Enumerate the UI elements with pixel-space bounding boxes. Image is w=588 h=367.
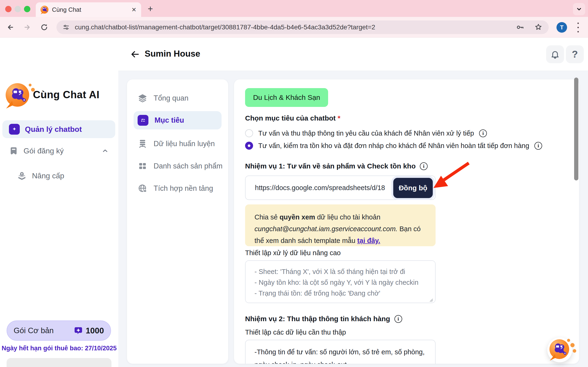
training-data-icon [138,139,147,149]
subnav-item-muc-tieu[interactable]: Mục tiêu [134,111,222,129]
sidebar-item-goi-dang-ky[interactable]: Gói đăng ký [2,144,115,158]
url-bar[interactable]: cung.chat/chatbot-list/management-chatbo… [56,20,549,34]
layers-icon [138,93,147,103]
brand-name: Cùng Chat AI [33,89,99,100]
reload-icon [40,23,48,31]
browser-menu-button[interactable] [577,23,579,33]
chat-widget-logo [549,339,569,359]
window-zoom-button[interactable] [24,6,30,12]
sheet-url-value[interactable]: https://docs.google.com/spreadsheets/d/1… [255,184,385,192]
upgrade-icon [17,171,27,181]
app-logo [6,83,29,107]
widget-dot [573,349,576,353]
logo-dot [29,84,32,86]
task1-title: Nhiệm vụ 1: Tư vấn về sản phẩm và Check … [245,162,428,170]
credits-count: 1000 [86,326,104,335]
subnav-label: Tổng quan [154,94,188,102]
new-tab-button[interactable]: + [148,4,153,14]
browser-profile-avatar[interactable]: T [556,22,567,33]
back-button[interactable] [6,23,15,32]
subnav-item-du-lieu-huan-luyen[interactable]: Dữ liệu huấn luyện [127,137,228,151]
app-header: Sumin House ? [118,38,588,71]
browser-tab[interactable]: Cùng Chat ✕ [36,2,141,17]
advanced-settings-textarea[interactable]: - Sheet: 'Tháng X', với X là số tháng hi… [245,260,436,303]
task2-title: Nhiệm vụ 2: Thu thập thông tin khách hàn… [245,315,402,323]
reload-button[interactable] [40,23,49,32]
credits-chat-icon [74,326,83,335]
goal-settings-panel: Du Lịch & Khách Sạn Chọn mục tiêu của ch… [234,79,579,364]
subnav-label: Danh sách sản phẩm [154,162,223,170]
screen: Cùng Chat ✕ + cung.chat/chatbot-list/man… [0,0,588,367]
globe-icon [138,184,147,193]
template-link[interactable]: tại đây. [357,237,380,244]
sidebar-item-label: Nâng cấp [32,172,64,180]
collect-data-textarea[interactable]: -Thông tin để tư vấn: số người lớn, số t… [245,340,436,364]
app-sidebar: Cùng Chat AI Quản lý chatbot Gói đăng ký… [0,38,118,367]
browser-toolbar: cung.chat/chatbot-list/management-chatbo… [0,17,588,38]
radio-selected[interactable] [245,142,253,150]
back-arrow-icon [130,49,140,59]
notice-bold: quyền xem [279,213,315,221]
chatbot-subnav: Tổng quan Mục tiêu Dữ liệu huấn luyện Da… [127,79,228,364]
goal-option-label: Tư vấn và thu thập thông tin yêu cầu của… [258,129,474,137]
tab-close-icon[interactable]: ✕ [131,6,136,13]
help-button[interactable]: ? [566,45,584,63]
forward-arrow-icon [23,23,31,31]
subnav-item-tich-hop-nen-tang[interactable]: Tích hợp nền tảng [127,181,228,195]
back-to-list-button[interactable] [130,49,140,60]
sync-button[interactable]: Đồng bộ [393,178,433,198]
back-arrow-icon [6,23,14,31]
subnav-item-tong-quan[interactable]: Tổng quan [127,91,228,105]
info-icon[interactable]: i [479,129,487,137]
window-minimize-button[interactable] [15,6,21,12]
account-card: 0903924318 Đăng xuất [7,358,112,367]
notifications-button[interactable] [546,45,564,63]
subnav-item-danh-sach-san-pham[interactable]: Danh sách sản phẩm [127,159,228,173]
goal-section-label: Chọn mục tiêu của chatbot * [245,114,340,122]
category-badge[interactable]: Du Lịch & Khách Sạn [245,88,328,107]
tab-search-button[interactable] [573,3,585,15]
scrollbar-thumb[interactable] [574,77,578,180]
plan-expiry-text: Ngày hết hạn gói thuê bao: 27/10/2025 [0,345,118,352]
share-permission-notice: Chia sẻ quyền xem dữ liệu cho tài khoản … [245,204,436,246]
site-settings-icon[interactable] [62,24,70,31]
sidebar-item-label: Quản lý chatbot [25,125,82,134]
radio-unselected[interactable] [245,129,253,137]
url-text[interactable]: cung.chat/chatbot-list/management-chatbo… [75,24,516,31]
info-icon[interactable]: i [394,315,402,323]
resize-grip-icon[interactable] [429,297,433,302]
service-account-email: cungchat@cungchat.iam.gserviceaccount.co… [254,225,398,233]
collect-data-label: Thiết lập các dữ liệu cần thu thập [245,328,346,336]
content-area: Tổng quan Mục tiêu Dữ liệu huấn luyện Da… [118,71,588,367]
info-icon[interactable]: i [420,162,428,170]
bookmark-star-icon[interactable] [534,23,543,32]
browser-tabstrip: Cùng Chat ✕ + [0,0,588,17]
sheet-url-field[interactable]: https://docs.google.com/spreadsheets/d/1… [245,175,436,200]
chevron-down-icon [576,6,582,12]
chevron-up-icon[interactable] [102,147,109,154]
subnav-label: Dữ liệu huấn luyện [154,140,215,148]
plan-name: Gói Cơ bản [14,326,54,335]
advanced-settings-label: Thiết lập xử lý dữ liệu nâng cao [245,249,341,257]
subnav-label: Tích hợp nền tảng [154,184,213,193]
subscription-card-icon [9,146,18,156]
plan-badge[interactable]: Gói Cơ bản 1000 [7,320,111,341]
sidebar-item-quan-ly-chatbot[interactable]: Quản lý chatbot [2,120,115,138]
target-list-icon [138,115,148,126]
window-close-button[interactable] [5,6,11,12]
grid-icon [138,161,147,171]
password-key-icon[interactable] [516,23,524,32]
required-asterisk: * [337,114,340,122]
subnav-label: Mục tiêu [155,116,184,125]
plan-credits: 1000 [74,326,104,335]
sidebar-item-nang-cap[interactable]: Nâng cấp [2,169,115,183]
tab-title: Cùng Chat [52,6,81,13]
goal-option-row[interactable]: Tư vấn, kiểm tra tồn kho và đặt đơn nháp… [245,142,542,150]
page-title: Sumin House [145,49,200,59]
question-mark-icon: ? [572,49,578,60]
bell-icon [550,49,560,59]
info-icon[interactable]: i [534,142,542,150]
forward-button[interactable] [23,23,32,32]
goal-option-row[interactable]: Tư vấn và thu thập thông tin yêu cầu của… [245,129,487,137]
goal-option-label: Tư vấn, kiểm tra tồn kho và đặt đơn nháp… [258,142,529,150]
